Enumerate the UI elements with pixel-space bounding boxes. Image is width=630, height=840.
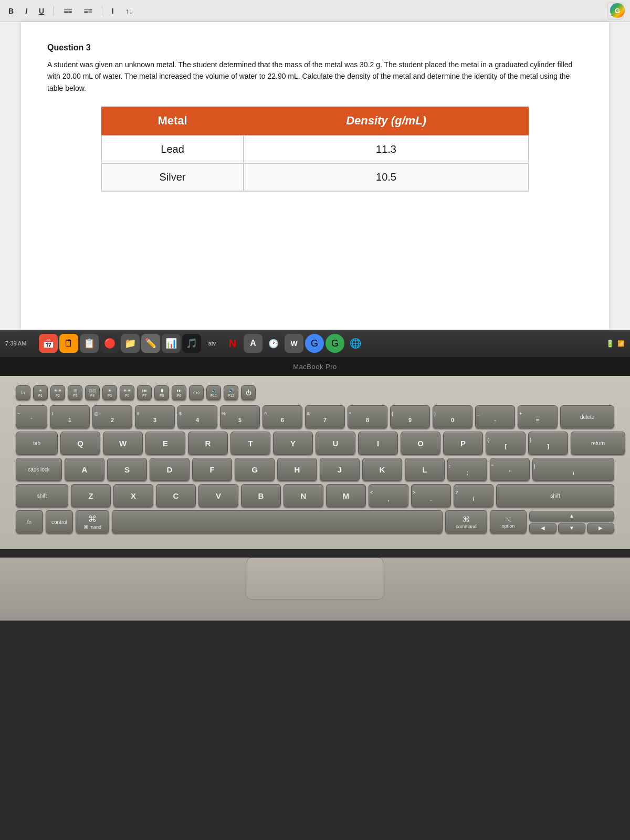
key-b[interactable]: B xyxy=(241,484,281,507)
key-period[interactable]: >. xyxy=(411,484,451,507)
key-2[interactable]: @2 xyxy=(92,405,132,428)
key-5[interactable]: %5 xyxy=(220,405,260,428)
key-arrow-up[interactable]: ▲ xyxy=(529,511,614,521)
key-option[interactable]: ⌥ option xyxy=(490,510,527,533)
key-g[interactable]: G xyxy=(235,458,275,481)
key-4[interactable]: $4 xyxy=(177,405,217,428)
google-icon[interactable]: G xyxy=(610,3,625,18)
key-f11[interactable]: 🔉F11 xyxy=(206,385,221,400)
dock-item-clock2[interactable]: 🕐 xyxy=(264,334,283,353)
key-caps[interactable]: caps lock xyxy=(16,458,62,481)
key-i[interactable]: I xyxy=(358,432,398,455)
key-d[interactable]: D xyxy=(150,458,190,481)
dock-item-finder[interactable]: 🔴 xyxy=(100,334,119,353)
key-l[interactable]: L xyxy=(405,458,445,481)
key-backslash[interactable]: |\ xyxy=(532,458,614,481)
key-e[interactable]: E xyxy=(145,432,185,455)
key-r[interactable]: R xyxy=(188,432,228,455)
indent-button[interactable]: ≡= xyxy=(81,6,94,16)
format-button[interactable]: ↑↓ xyxy=(123,6,135,16)
key-shift-left[interactable]: shift xyxy=(16,484,68,507)
key-cmd-left[interactable]: ⌘ ⌘ mand xyxy=(76,510,109,533)
key-3[interactable]: #3 xyxy=(135,405,175,428)
key-6[interactable]: ^6 xyxy=(262,405,302,428)
key-tab[interactable]: tab xyxy=(16,432,58,455)
key-7[interactable]: &7 xyxy=(305,405,345,428)
key-h[interactable]: H xyxy=(277,458,317,481)
key-f1[interactable]: ☀F1 xyxy=(33,385,48,400)
key-arrow-left[interactable]: ◀ xyxy=(529,523,556,533)
bold-button[interactable]: B xyxy=(6,6,16,16)
key-backtick[interactable]: ~` xyxy=(16,405,47,428)
key-semicolon[interactable]: :; xyxy=(447,458,487,481)
dock-item-files[interactable]: 📋 xyxy=(80,334,99,353)
key-power[interactable]: ⏻ xyxy=(241,385,256,400)
key-rbracket[interactable]: }] xyxy=(528,432,568,455)
italic-button[interactable]: I xyxy=(23,6,29,16)
key-f[interactable]: F xyxy=(192,458,232,481)
key-z[interactable]: Z xyxy=(71,484,111,507)
key-shift-right[interactable]: shift xyxy=(496,484,614,507)
sort-button[interactable]: I xyxy=(110,6,116,16)
key-comma[interactable]: <, xyxy=(369,484,408,507)
key-ctrl[interactable]: control xyxy=(46,510,73,533)
key-f10[interactable]: F10 xyxy=(189,385,204,400)
dock-item-a[interactable]: A xyxy=(244,334,262,353)
key-f3[interactable]: ⊞F3 xyxy=(68,385,82,400)
dock-item-google1[interactable]: G xyxy=(305,334,324,353)
key-lbracket[interactable]: {[ xyxy=(486,432,526,455)
key-f9[interactable]: ⏭F9 xyxy=(172,385,186,400)
key-backspace[interactable]: delete xyxy=(560,405,614,428)
key-w[interactable]: W xyxy=(103,432,143,455)
key-fn[interactable]: fn xyxy=(16,385,30,400)
key-equals[interactable]: += xyxy=(518,405,558,428)
key-minus[interactable]: _- xyxy=(475,405,515,428)
key-o[interactable]: O xyxy=(401,432,440,455)
key-arrow-down[interactable]: ▼ xyxy=(558,523,585,533)
key-0[interactable]: )0 xyxy=(433,405,472,428)
key-f12[interactable]: 🔊F12 xyxy=(224,385,238,400)
key-j[interactable]: J xyxy=(320,458,360,481)
key-s[interactable]: S xyxy=(107,458,147,481)
dock-item-folder[interactable]: 📁 xyxy=(121,334,140,353)
key-f8[interactable]: ⏸F8 xyxy=(154,385,169,400)
key-x[interactable]: X xyxy=(113,484,153,507)
underline-button[interactable]: U xyxy=(37,6,46,16)
key-y[interactable]: Y xyxy=(273,432,313,455)
key-u[interactable]: U xyxy=(316,432,355,455)
key-m[interactable]: M xyxy=(326,484,366,507)
key-9[interactable]: (9 xyxy=(390,405,430,428)
trackpad[interactable] xyxy=(247,558,383,600)
key-f5[interactable]: ☀F5 xyxy=(102,385,117,400)
dock-item-google2[interactable]: G xyxy=(326,334,344,353)
key-f6[interactable]: ☀☀F6 xyxy=(120,385,134,400)
key-slash[interactable]: ?/ xyxy=(454,484,494,507)
dock-item-music[interactable]: 🎵 xyxy=(182,334,201,353)
key-quote[interactable]: "' xyxy=(490,458,530,481)
dock-item-globe[interactable]: 🌐 xyxy=(346,334,365,353)
key-t[interactable]: T xyxy=(230,432,270,455)
key-f7[interactable]: ⏮F7 xyxy=(137,385,152,400)
key-a[interactable]: A xyxy=(65,458,104,481)
key-q[interactable]: Q xyxy=(60,432,100,455)
key-n[interactable]: N xyxy=(284,484,323,507)
key-v[interactable]: V xyxy=(198,484,238,507)
dock-item-chart[interactable]: 📊 xyxy=(162,334,181,353)
key-1[interactable]: !1 xyxy=(50,405,90,428)
key-f2[interactable]: ☀☀F2 xyxy=(50,385,65,400)
key-cmd-right[interactable]: ⌘ command xyxy=(445,510,487,533)
key-p[interactable]: P xyxy=(443,432,483,455)
key-c[interactable]: C xyxy=(156,484,196,507)
dock-item-w[interactable]: W xyxy=(285,334,303,353)
key-arrow-right[interactable]: ▶ xyxy=(587,523,614,533)
dock-item-notes[interactable]: 🗒 xyxy=(59,334,78,353)
key-f4[interactable]: ⊟⊟F4 xyxy=(85,385,100,400)
key-k[interactable]: K xyxy=(362,458,402,481)
key-enter[interactable]: return xyxy=(571,432,625,455)
key-8[interactable]: *8 xyxy=(348,405,387,428)
dock-item-calendar[interactable]: 📅 xyxy=(39,334,58,353)
key-spacebar[interactable] xyxy=(112,510,443,533)
dock-item-tv[interactable]: atv xyxy=(203,334,222,353)
list-button[interactable]: ≡≡ xyxy=(61,6,74,16)
dock-item-pen[interactable]: ✏️ xyxy=(141,334,160,353)
